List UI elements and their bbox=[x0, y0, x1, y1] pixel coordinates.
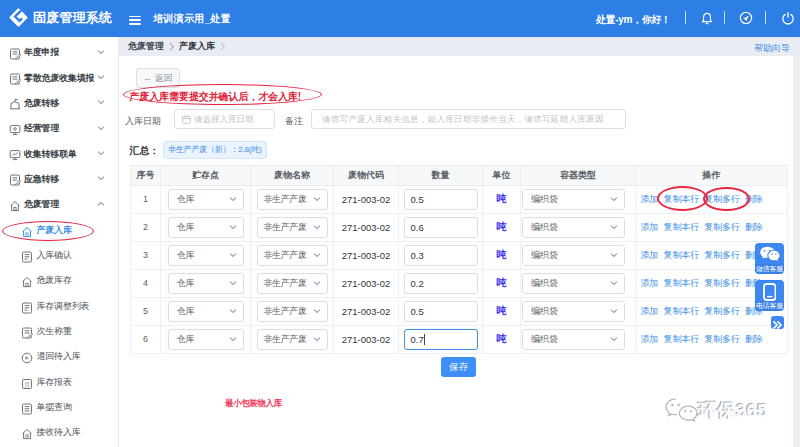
svg-text:月: 月 bbox=[24, 381, 30, 388]
